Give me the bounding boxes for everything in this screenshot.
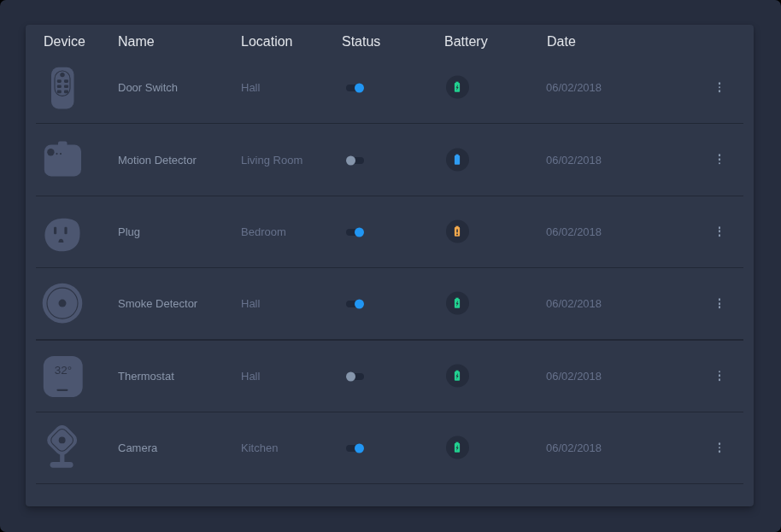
svg-text:32°: 32° bbox=[55, 364, 72, 377]
